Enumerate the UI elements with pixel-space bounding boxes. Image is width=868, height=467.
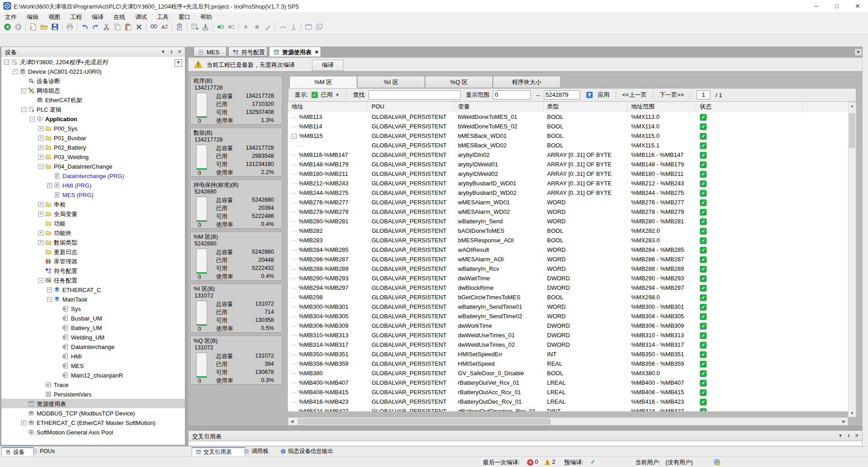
usage-tab-%M 区[interactable]: %M 区: [289, 76, 357, 88]
menu-调试[interactable]: 调试: [130, 12, 152, 22]
tree-expander-minus[interactable]: −: [38, 278, 43, 283]
page-input[interactable]: 1: [697, 90, 710, 99]
panel-menu-chevron-icon[interactable]: ▼: [837, 432, 844, 439]
horizontal-scrollbar[interactable]: ◀▶: [288, 417, 848, 425]
tree-item[interactable]: 功能: [1, 218, 185, 228]
minimize-button[interactable]: ─: [806, 0, 826, 12]
tree-item[interactable]: +全局变量: [1, 209, 185, 218]
toolbar-cut-button[interactable]: [101, 23, 111, 33]
table-row[interactable]: %MB304-%MB305GLOBALVAR_PERSISTENTwBatter…: [288, 311, 848, 321]
document-tab-资源使用表[interactable]: 资源使用表✕: [269, 47, 321, 57]
tree-expander-minus[interactable]: −: [13, 69, 18, 74]
toolbar-login-button[interactable]: [215, 23, 225, 33]
column-header-地址范围[interactable]: 地址范围: [627, 102, 696, 112]
toolbar-stepover-button[interactable]: [278, 23, 288, 33]
table-row[interactable]: %MB244-%MB275GLOBALVAR_PERSISTENTarybyBu…: [288, 188, 848, 198]
tree-item[interactable]: +功能块: [1, 228, 185, 237]
tree-item[interactable]: Main12_chuanjianR: [1, 370, 185, 380]
table-row[interactable]: %MB298GLOBALVAR_PERSISTENTbGetCircleTime…: [288, 292, 848, 302]
tree-expander-plus[interactable]: +: [38, 212, 43, 217]
row-expander-minus[interactable]: −: [292, 134, 297, 139]
table-row[interactable]: %MB286-%MB287GLOBALVAR_PERSISTENTwMESAla…: [288, 255, 848, 264]
panel-menu-chevron-icon[interactable]: ▼: [160, 48, 167, 56]
tree-item[interactable]: 更新日志: [1, 247, 185, 256]
table-row[interactable]: %MB114GLOBALVAR_PERSISTENTbWeldDoneToMES…: [288, 122, 848, 131]
toolbar-print-button[interactable]: [65, 23, 75, 33]
toolbar-editmode-button[interactable]: [263, 23, 273, 33]
column-header-POU[interactable]: POU: [368, 102, 454, 112]
menu-工具[interactable]: 工具: [152, 12, 174, 22]
apply-filter-icon[interactable]: [586, 91, 593, 98]
tree-item[interactable]: MODBUS_TCP (ModbusTCP Device): [1, 408, 185, 418]
toolbar-back-button[interactable]: [2, 23, 12, 33]
toolbar-open-button[interactable]: [39, 23, 49, 33]
tree-item[interactable]: −任务配置: [1, 275, 185, 285]
table-row[interactable]: %MB284-%MB285GLOBALVAR_PERSISTENTwAOIRes…: [288, 245, 848, 255]
menu-帮助[interactable]: 帮助: [195, 12, 217, 22]
menu-窗口[interactable]: 窗口: [174, 12, 195, 22]
table-row[interactable]: %MB280-%MB281GLOBALVAR_PERSISTENTwBatter…: [288, 217, 848, 226]
table-row[interactable]: %MB288-%MB289GLOBALVAR_PERSISTENTwBatter…: [288, 264, 848, 274]
table-row[interactable]: %MB356-%MB359GLOBALVAR_PERSISTENTHMISetS…: [288, 359, 848, 368]
toolbar-del-button[interactable]: [134, 23, 144, 33]
tree-item[interactable]: +ETHERCAT_C: [1, 285, 185, 294]
table-row[interactable]: %MB300-%MB301GLOBALVAR_PERSISTENTwBatter…: [288, 302, 848, 311]
next-page-button[interactable]: 下一页>>: [660, 91, 684, 98]
menu-工程[interactable]: 工程: [65, 12, 87, 22]
tree-expander-plus[interactable]: +: [38, 202, 43, 207]
menu-视图[interactable]: 视图: [43, 12, 65, 22]
tree-item[interactable]: −PLC 逻辑: [1, 104, 185, 114]
usage-tab-%Q 区[interactable]: %Q 区: [425, 76, 493, 88]
table-row[interactable]: %MB278-%MB279GLOBALVAR_PERSISTENTwMESAla…: [288, 207, 848, 217]
tree-item[interactable]: 库管理器: [1, 256, 185, 266]
panel-close-icon[interactable]: ✕: [853, 432, 860, 439]
tree-item[interactable]: −Application: [1, 114, 185, 123]
show-dropdown-chevron-icon[interactable]: ▼: [335, 93, 340, 97]
panel-close-icon[interactable]: ✕: [176, 48, 183, 56]
find-input[interactable]: [368, 90, 461, 99]
range-to-input[interactable]: 5242879: [544, 90, 580, 99]
toolbar-replace-button[interactable]: A: [160, 23, 170, 33]
table-row[interactable]: %MB180-%MB211GLOBALVAR_PERSISTENTarybyID…: [288, 169, 848, 179]
tree-item[interactable]: MES (PRG): [1, 190, 185, 199]
tree-item[interactable]: DataInterchange (PRG): [1, 171, 185, 180]
panel-pin-icon[interactable]: [845, 432, 852, 439]
toolbar-compile-button[interactable]: [189, 23, 199, 33]
toolbar-redo-button[interactable]: [90, 23, 100, 33]
apply-button[interactable]: 应用: [598, 91, 609, 98]
tree-item[interactable]: −P04_DataInterChange: [1, 161, 185, 171]
tree-expander-plus[interactable]: +: [47, 288, 52, 292]
table-row[interactable]: %MB350-%MB351GLOBALVAR_PERSISTENTHMISetS…: [288, 349, 848, 359]
tree-expander-minus[interactable]: −: [21, 107, 26, 112]
usage-tab-程序块大小[interactable]: 程序块大小: [493, 76, 561, 88]
table-row[interactable]: %MB424-%MB427GLOBALVAR_PERSISTENTdBatter…: [288, 406, 848, 411]
tree-expander-plus[interactable]: +: [38, 136, 43, 141]
dock-tab-POUs[interactable]: POUs: [28, 447, 71, 456]
tree-item[interactable]: Welding_UM: [1, 332, 185, 342]
table-row[interactable]: %MB282GLOBALVAR_PERSISTENTbAOIDoneToMESB…: [288, 226, 848, 236]
toolbar-copy-button[interactable]: [112, 23, 122, 33]
toolbar-winlist-button[interactable]: [303, 23, 313, 33]
tree-item[interactable]: +P02_Battery: [1, 142, 185, 152]
tree-expander-plus[interactable]: +: [38, 240, 43, 245]
document-tab-MES[interactable]: MES: [193, 47, 226, 57]
menu-文件[interactable]: 文件: [0, 12, 22, 22]
column-header-类型[interactable]: 类型: [543, 102, 627, 112]
tree-expander-minus[interactable]: −: [38, 164, 43, 169]
tree-expander-minus[interactable]: −: [30, 117, 35, 122]
toolbar-stop-button[interactable]: [252, 23, 262, 33]
toolbar-save-button[interactable]: [50, 23, 60, 33]
tree-item[interactable]: Trace: [1, 380, 185, 389]
tree-item[interactable]: 设备诊断: [1, 76, 185, 85]
tree-item[interactable]: −MainTask: [1, 294, 185, 304]
table-row[interactable]: %MB306-%MB309GLOBALVAR_PERSISTENTdwWorkT…: [288, 321, 848, 330]
toolbar-winout-button[interactable]: [314, 23, 324, 33]
range-from-input[interactable]: 0: [493, 90, 531, 99]
table-row[interactable]: %MB212-%MB243GLOBALVAR_PERSISTENTarybyBu…: [288, 179, 848, 188]
table-row[interactable]: %MB290-%MB293GLOBALVAR_PERSISTENTdwWaitT…: [288, 274, 848, 283]
table-row[interactable]: %MB380GLOBALVAR_PERSISTENTGV_SafeDoor_0_…: [288, 368, 848, 378]
column-header-地址[interactable]: 地址: [288, 102, 368, 112]
usage-tab-%I 区[interactable]: %I 区: [357, 76, 425, 88]
tree-item[interactable]: +数据类型: [1, 237, 185, 247]
table-row[interactable]: %MB400-%MB407GLOBALVAR_PERSISTENTrBatter…: [288, 378, 848, 387]
